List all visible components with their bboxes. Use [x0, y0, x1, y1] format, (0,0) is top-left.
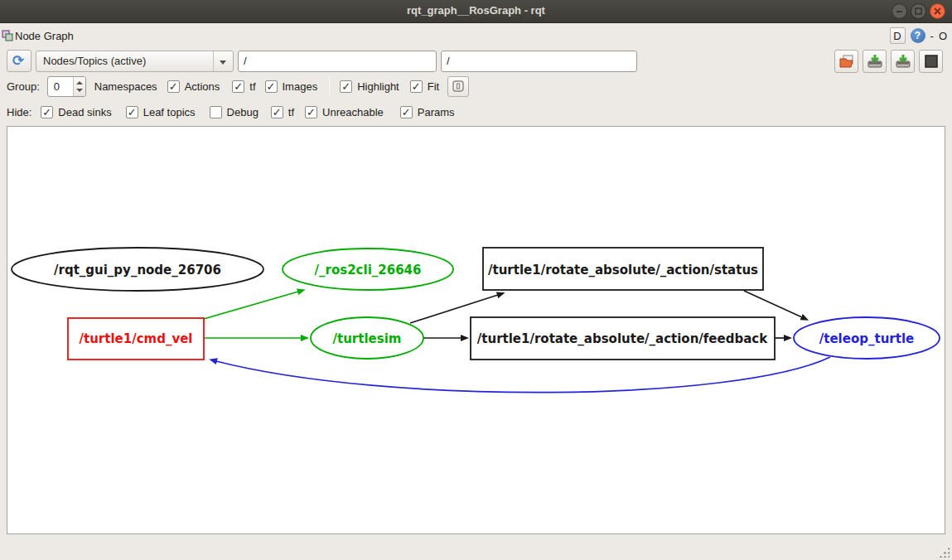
- graph-canvas[interactable]: /rqt_gui_py_node_26706 /_ros2cli_26646 /…: [7, 126, 945, 534]
- edge-status-to-teleop: [744, 291, 802, 317]
- maximize-icon[interactable]: [911, 3, 926, 19]
- fit-in-view-button[interactable]: [447, 76, 469, 97]
- minimize-icon[interactable]: [892, 3, 907, 19]
- node-teleop-turtle[interactable]: /teleop_turtle: [794, 317, 940, 359]
- leaf-topics-checkbox[interactable]: [126, 106, 138, 118]
- close-icon[interactable]: [930, 3, 945, 19]
- svg-text:/turtle1/rotate_absolute/_acti: /turtle1/rotate_absolute/_action/status: [488, 263, 758, 278]
- resize-grip[interactable]: [939, 547, 950, 558]
- graph-type-value: Nodes/Topics (active): [43, 55, 146, 67]
- help-icon[interactable]: ?: [911, 28, 925, 43]
- dark-square-icon: [925, 55, 938, 68]
- checkbox-unreachable[interactable]: Unreachable: [305, 106, 384, 118]
- fit-view-icon: [452, 80, 464, 92]
- fit-checkbox[interactable]: [410, 80, 423, 93]
- plugin-title: Node Graph: [15, 30, 74, 42]
- save-image-button[interactable]: [891, 50, 915, 73]
- checkbox-leaf-topics[interactable]: Leaf topics: [126, 106, 196, 118]
- tf-checkbox[interactable]: [232, 80, 244, 93]
- node-rotate-absolute-feedback[interactable]: /turtle1/rotate_absolute/_action/feedbac…: [471, 317, 775, 360]
- window-title: rqt_graph__RosGraph - rqt: [0, 4, 952, 17]
- dock-controls: D ? - O: [890, 27, 947, 44]
- node-graph-svg: /rqt_gui_py_node_26706 /_ros2cli_26646 /…: [7, 127, 945, 533]
- dock-minimize-button[interactable]: -: [930, 30, 934, 42]
- svg-text:/turtle1/cmd_vel: /turtle1/cmd_vel: [80, 331, 193, 346]
- titlebar: rqt_graph__RosGraph - rqt: [0, 0, 952, 23]
- chevron-down-icon: [213, 51, 233, 71]
- plugin-bar: Node Graph D ? - O: [0, 24, 952, 48]
- svg-text:/rqt_gui_py_node_26706: /rqt_gui_py_node_26706: [54, 263, 221, 278]
- dead-sinks-checkbox[interactable]: [41, 106, 53, 118]
- checkbox-params[interactable]: Params: [400, 106, 455, 118]
- node-turtlesim[interactable]: /turtlesim: [311, 317, 423, 359]
- hide-tf-checkbox[interactable]: [271, 106, 283, 118]
- node-cmd-vel[interactable]: /turtle1/cmd_vel: [68, 318, 204, 360]
- save-dot-button[interactable]: [863, 50, 887, 73]
- main-toolbar: Nodes/Topics (active): [0, 48, 952, 74]
- options-toolbar: Group: 0 Namespaces Actions tf Images Hi…: [0, 74, 952, 99]
- toolbar-separator: [329, 77, 330, 95]
- save-as-image-icon: [896, 54, 911, 68]
- checkbox-images[interactable]: Images: [265, 80, 318, 93]
- checkbox-debug[interactable]: Debug: [210, 106, 259, 118]
- highlight-checkbox[interactable]: [340, 80, 352, 93]
- images-checkbox[interactable]: [265, 80, 278, 93]
- checkbox-tf[interactable]: tf: [232, 80, 255, 93]
- spinner-arrows-icon[interactable]: [73, 77, 85, 96]
- node-ros2cli[interactable]: /_ros2cli_26646: [283, 249, 453, 290]
- checkbox-fit[interactable]: Fit: [410, 80, 439, 93]
- load-dot-button[interactable]: [834, 50, 858, 73]
- dock-close-button[interactable]: O: [939, 30, 947, 42]
- group-value: 0: [54, 80, 60, 93]
- checkbox-dead-sinks[interactable]: Dead sinks: [41, 106, 111, 118]
- node-filter-input[interactable]: [238, 51, 437, 72]
- graph-type-select[interactable]: Nodes/Topics (active): [36, 51, 234, 72]
- save-icon: [867, 54, 882, 68]
- namespaces-label: Namespaces: [94, 80, 157, 93]
- svg-text:/_ros2cli_26646: /_ros2cli_26646: [315, 263, 422, 278]
- checkbox-actions[interactable]: Actions: [167, 80, 220, 93]
- node-graph-icon: [2, 30, 13, 44]
- screenshot-button[interactable]: [919, 50, 943, 73]
- svg-text:/teleop_turtle: /teleop_turtle: [819, 331, 914, 346]
- checkbox-highlight[interactable]: Highlight: [340, 80, 399, 93]
- actions-checkbox[interactable]: [167, 80, 180, 93]
- window-controls: [892, 3, 945, 19]
- edge-cmdvel-to-ros2cli: [204, 292, 298, 319]
- hide-label: Hide:: [7, 106, 31, 118]
- node-rqt-gui-py-node[interactable]: /rqt_gui_py_node_26706: [12, 248, 263, 291]
- open-folder-icon: [839, 55, 854, 68]
- edge-teleop-to-cmdvel: [216, 357, 830, 393]
- debug-checkbox[interactable]: [210, 106, 222, 118]
- hide-toolbar: Hide: Dead sinks Leaf topics Debug tf Un…: [0, 99, 952, 124]
- checkbox-hide-tf[interactable]: tf: [271, 106, 294, 118]
- svg-text:/turtle1/rotate_absolute/_acti: /turtle1/rotate_absolute/_action/feedbac…: [477, 331, 768, 346]
- unreachable-checkbox[interactable]: [305, 106, 317, 118]
- node-rotate-absolute-status[interactable]: /turtle1/rotate_absolute/_action/status: [483, 248, 763, 290]
- rqt-window: rqt_graph__RosGraph - rqt Node Graph D ?…: [0, 0, 952, 560]
- refresh-button[interactable]: [7, 50, 31, 72]
- topic-filter-input[interactable]: [441, 51, 637, 72]
- dock-d-button[interactable]: D: [890, 27, 906, 44]
- svg-text:/turtlesim: /turtlesim: [333, 331, 402, 346]
- params-checkbox[interactable]: [400, 106, 413, 118]
- group-spinner[interactable]: 0: [47, 76, 86, 97]
- group-label: Group:: [7, 80, 40, 93]
